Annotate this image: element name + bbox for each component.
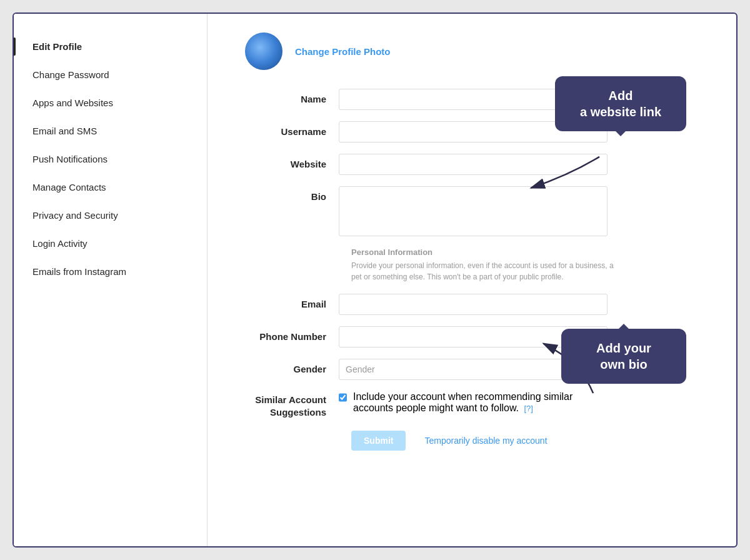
website-label: Website — [245, 154, 339, 169]
similar-accounts-checkbox[interactable] — [339, 392, 347, 402]
submit-row: Submit Temporarily disable my account — [351, 431, 699, 451]
personal-info-title: Personal Information — [351, 248, 620, 257]
sidebar-item-manage-contacts[interactable]: Manage Contacts — [14, 173, 207, 201]
sidebar-item-label: Push Notifications — [32, 154, 108, 164]
sidebar-item-label: Edit Profile — [32, 41, 82, 52]
avatar — [245, 32, 282, 70]
similar-accounts-help[interactable]: [?] — [524, 404, 533, 413]
username-label: Username — [245, 121, 339, 137]
sidebar-item-push-notifications[interactable]: Push Notifications — [14, 145, 207, 173]
sidebar-item-apps-websites[interactable]: Apps and Websites — [14, 89, 207, 117]
website-row: Website — [245, 154, 699, 175]
gender-label: Gender — [245, 359, 339, 374]
email-label: Email — [245, 294, 339, 309]
sidebar-item-label: Apps and Websites — [32, 98, 113, 108]
sidebar-item-privacy-security[interactable]: Privacy and Security — [14, 201, 207, 229]
email-row: Email — [245, 294, 699, 315]
bio-input[interactable] — [339, 186, 608, 236]
tooltip-website: Add a website link — [555, 76, 686, 131]
name-label: Name — [245, 89, 339, 104]
sidebar-item-label: Emails from Instagram — [32, 266, 126, 277]
email-input[interactable] — [339, 294, 608, 315]
sidebar-item-label: Change Password — [32, 69, 109, 80]
main-content-wrapper: Change Profile Photo Name Username Websi… — [208, 14, 736, 546]
disable-account-link[interactable]: Temporarily disable my account — [424, 436, 547, 446]
personal-info-desc: Provide your personal information, even … — [351, 260, 620, 282]
sidebar-item-label: Email and SMS — [32, 126, 97, 136]
sidebar-item-label: Manage Contacts — [32, 182, 106, 192]
website-input[interactable] — [339, 154, 608, 175]
tooltip-bio: Add your own bio — [561, 329, 686, 384]
sidebar-item-label: Login Activity — [32, 238, 88, 249]
bio-row: Bio — [245, 186, 699, 236]
submit-button[interactable]: Submit — [351, 431, 406, 451]
sidebar-item-login-activity[interactable]: Login Activity — [14, 229, 207, 258]
bio-label: Bio — [245, 186, 339, 202]
sidebar-item-change-password[interactable]: Change Password — [14, 61, 207, 89]
similar-accounts-content: Include your account when recommending s… — [339, 391, 608, 414]
personal-info-section: Personal Information Provide your person… — [351, 248, 620, 282]
similar-accounts-text: Include your account when recommending s… — [353, 391, 608, 414]
similar-accounts-row: Similar Account Suggestions Include your… — [245, 391, 699, 418]
sidebar-item-label: Privacy and Security — [32, 210, 118, 221]
sidebar: Edit Profile Change Password Apps and We… — [14, 14, 208, 546]
sidebar-item-emails-instagram[interactable]: Emails from Instagram — [14, 258, 207, 286]
phone-label: Phone Number — [245, 326, 339, 342]
profile-photo-row: Change Profile Photo — [245, 32, 699, 70]
change-profile-photo-button[interactable]: Change Profile Photo — [295, 46, 391, 57]
similar-accounts-label: Similar Account Suggestions — [245, 391, 339, 418]
sidebar-item-edit-profile[interactable]: Edit Profile — [14, 32, 207, 61]
sidebar-item-email-sms[interactable]: Email and SMS — [14, 117, 207, 145]
